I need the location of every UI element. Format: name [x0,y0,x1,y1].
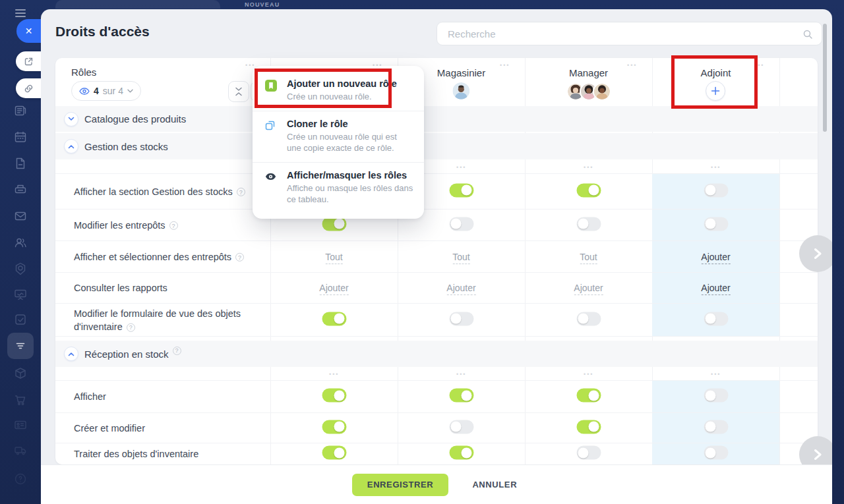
open-new-window-button[interactable] [16,51,41,71]
permission-toggle[interactable] [704,312,728,328]
permission-toggle[interactable] [322,312,346,328]
permission-toggle[interactable] [576,389,601,405]
sidebar-item-contacts[interactable] [0,418,41,432]
cancel-button[interactable]: ANNULER [468,479,521,490]
permission-toggle[interactable] [322,389,346,405]
permission-toggle[interactable] [449,217,473,233]
column-menu-dots[interactable]: ••• [456,164,466,171]
permission-value-link[interactable]: Tout [452,251,469,263]
permission-toggle[interactable] [576,312,601,328]
sidebar-item-mail[interactable] [0,209,41,223]
column-menu-dots[interactable]: ••• [245,62,255,69]
eye-icon [79,88,90,95]
sidebar-item-active-inventory[interactable] [7,333,34,359]
menu-item-add-role[interactable]: Ajouter un nouveau rôle Crée un nouveau … [253,72,424,109]
permission-row: Afficher et sélectionner des entrepôts?T… [55,241,818,273]
permission-value-link[interactable]: Ajouter [574,282,603,294]
column-menu-dots[interactable]: ••• [500,62,510,69]
section-toggle-button[interactable] [64,112,78,126]
permission-toggle[interactable] [704,389,728,405]
role-name: Manager [566,67,611,78]
search-input[interactable] [437,22,822,45]
role-members [437,82,485,99]
permission-toggle[interactable] [704,217,728,233]
column-menu-dots[interactable]: ••• [711,371,721,378]
menu-item-show-hide-roles[interactable]: Afficher/masquer les rôles Affiche ou ma… [253,164,424,212]
menu-item-title: Cloner le rôle [287,119,413,129]
section-header-gestion[interactable]: Gestion des stocks [55,133,818,159]
permission-toggle[interactable] [576,420,601,436]
nut-icon [13,262,28,276]
menu-icon[interactable] [15,7,26,19]
column-menu-dots[interactable]: ••• [754,62,764,69]
column-menu-dots[interactable]: ••• [329,371,339,378]
permission-value-link[interactable]: Tout [580,251,597,263]
truck-icon [13,443,28,458]
permission-toggle[interactable] [322,420,346,436]
cart-icon [13,393,28,407]
save-button[interactable]: ENREGISTRER [352,474,449,496]
help-icon: ? [235,253,244,262]
column-menu-dots[interactable]: ••• [584,371,593,378]
permission-toggle[interactable] [704,446,728,462]
section-header-catalogue[interactable]: Catalogue des produits [55,106,818,132]
permission-value-link[interactable]: Ajouter [446,282,475,294]
permission-toggle[interactable] [449,389,473,405]
collapse-all-button[interactable] [228,81,249,102]
permission-value-link[interactable]: Tout [325,251,342,263]
section-toggle-button[interactable] [64,347,78,361]
permission-toggle[interactable] [449,446,473,462]
sidebar-item-reports[interactable] [0,287,41,302]
column-menu-dots[interactable]: ••• [456,371,466,378]
sidebar-item-products[interactable] [0,366,41,381]
close-icon: ✕ [25,26,33,36]
column-dots-row: ••• ••• ••• ••• [55,367,818,381]
sidebar-item-settings[interactable] [0,262,41,276]
close-modal-button[interactable]: ✕ [16,19,41,43]
permission-toggle[interactable] [322,217,346,233]
scroll-right-button[interactable] [799,235,832,272]
section-header-reception[interactable]: Réception en stock ? [55,341,818,367]
permission-value-link[interactable]: Ajouter [319,282,348,294]
column-menu-dots[interactable]: ••• [584,164,593,171]
permission-toggle[interactable] [576,217,601,233]
permission-toggle[interactable] [449,420,473,436]
section-label: Réception en stock [84,349,169,360]
sidebar-item-documents[interactable] [0,156,41,171]
sidebar-item-users[interactable] [0,235,41,250]
permission-toggle[interactable] [576,446,601,462]
sidebar-item-orders[interactable] [0,393,41,407]
permission-toggle[interactable] [704,183,728,200]
sidebar-item-printer[interactable] [0,182,41,197]
section-toggle-button[interactable] [64,139,78,154]
visible-roles-dropdown[interactable]: 4 sur 4 [71,81,141,101]
sidebar-item-help[interactable] [0,472,41,486]
permission-value-link[interactable]: Ajouter [701,282,730,294]
permission-toggle[interactable] [449,183,473,200]
permission-row: Modifier le formulaire de vue des objets… [55,304,818,337]
access-rights-modal: Droits d'accès Rôles 4 sur 4 [41,9,832,504]
permission-toggle[interactable] [449,312,473,328]
column-menu-dots[interactable]: ••• [711,164,721,171]
sidebar-item-news[interactable] [0,103,41,118]
sidebar-item-calendar[interactable] [0,130,41,144]
search-box [437,22,822,45]
permission-row: Créer et modifier [55,413,818,443]
copy-link-button[interactable] [16,78,41,98]
permission-toggle[interactable] [704,420,728,436]
menu-item-clone-role[interactable]: Cloner le rôle Crée un nouveau rôle qui … [253,113,424,161]
sidebar-item-shipping[interactable] [0,443,41,458]
column-menu-dots[interactable]: ••• [627,62,637,69]
page-title: Droits d'accès [55,24,150,40]
new-badge-label: NOUVEAU [245,1,280,8]
permission-value-link[interactable]: Ajouter [701,251,730,263]
users-icon [13,235,28,250]
permission-label: Modifier les entrepôts [74,219,166,230]
menu-item-description: Crée un nouveau rôle. [287,91,413,103]
add-member-button[interactable] [706,81,726,101]
link-icon [24,84,34,94]
permission-toggle[interactable] [322,446,346,462]
vertical-scrollbar[interactable] [823,24,827,132]
sidebar-item-tasks[interactable] [0,312,41,327]
permission-toggle[interactable] [576,183,601,200]
